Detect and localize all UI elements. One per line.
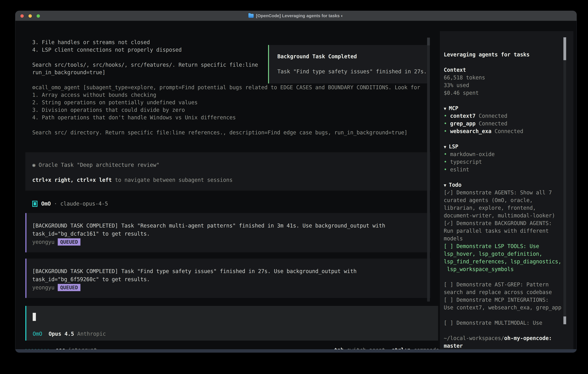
status-badge: QUEUED: [58, 284, 80, 291]
todo-section-heading[interactable]: ▼ Todo: [444, 181, 573, 189]
bullet-icon: •: [444, 159, 450, 165]
sidebar-scrollbar-cap[interactable]: [563, 316, 566, 324]
context-spent: $0.46 spent: [444, 89, 573, 97]
message-line: task_id="bg_6f59260c" to get results.: [32, 275, 430, 283]
status-badge: QUEUED: [58, 238, 80, 246]
gear-icon: ⚙: [32, 84, 35, 91]
todo-line-active: [ ] Demonstrate LSP TOOLS: Use: [444, 242, 573, 250]
chevron-down-icon: ▼: [444, 183, 449, 188]
mcp-item-name: grep_app: [450, 120, 479, 127]
message-footer: yeongyu QUEUED: [32, 238, 430, 246]
text-cursor: [33, 313, 36, 321]
input-model-name: Opus 4.5: [42, 330, 77, 338]
mcp-heading-label: MCP: [449, 105, 458, 111]
lsp-section-heading[interactable]: ▼ LSP: [444, 143, 573, 150]
bullet-icon: •: [444, 113, 450, 119]
oracle-task-box: ◉ Oracle Task "Deep architecture review"…: [25, 152, 430, 191]
todo-line: [✓] Demonstrate AGENTS: Show all 7: [444, 189, 573, 197]
prompt-input[interactable]: OmO Opus 4.5 Anthropic: [25, 306, 438, 341]
close-button[interactable]: [21, 14, 24, 18]
workspace-repo: oh-my-opencode:: [504, 335, 552, 341]
separator-dot: ·: [51, 201, 60, 207]
agent-session-header: OmO · claude-opus-4-5: [32, 200, 108, 208]
message-author: yeongyu: [32, 239, 54, 245]
bullet-icon: •: [444, 128, 450, 134]
context-tokens: 66,518 tokens: [444, 74, 573, 82]
sidebar-blank: [444, 173, 573, 181]
main-scrollbar-thumb[interactable]: [427, 38, 430, 45]
sidebar-blank: [444, 58, 573, 66]
mcp-item: • grep_app Connected: [444, 120, 573, 127]
lsp-item: • eslint: [444, 166, 573, 173]
sidebar-blank: [444, 311, 573, 319]
oracle-hint-line: ctrl+x right, ctrl+x left to navigate be…: [32, 176, 430, 184]
message-footer: yeongyu QUEUED: [32, 283, 430, 291]
todo-line: document-writer, multimodal-looker): [444, 212, 573, 219]
model-selector[interactable]: OmO Opus 4.5 Anthropic: [33, 330, 106, 338]
sidebar-scrollbar-track[interactable]: [563, 37, 566, 324]
zoom-button[interactable]: [37, 14, 40, 18]
sidebar-scrollbar-thumb[interactable]: [563, 37, 566, 60]
message-block: [BACKGROUND TASK COMPLETED] Task "Find t…: [25, 259, 430, 298]
terminal-line: 4. Path operations that don't handle Win…: [32, 114, 430, 121]
todo-line: search and replace across codebase: [444, 288, 573, 296]
sidebar-blank: [444, 273, 573, 281]
chevron-down-icon: ▼: [444, 106, 449, 111]
sidebar-blank: [444, 135, 573, 143]
mcp-section-heading[interactable]: ▼ MCP: [444, 104, 573, 112]
lsp-item-name: typescript: [450, 159, 482, 165]
minimize-button[interactable]: [29, 14, 32, 18]
mcp-item-name: context7: [450, 113, 479, 119]
mcp-item-status: Connected: [479, 113, 507, 119]
todo-heading-label: Todo: [449, 182, 462, 188]
todo-line: Use context7, websearch_exa, grep_app: [444, 304, 573, 311]
mcp-item: • context7 Connected: [444, 112, 573, 120]
terminal-blank-line: [32, 121, 430, 129]
main-scrollbar[interactable]: [427, 38, 430, 301]
workspace-path-prefix: ~/local-workspaces/: [444, 335, 504, 341]
agent-header-text: OmO · claude-opus-4-5: [41, 201, 108, 207]
context-used: 33% used: [444, 82, 573, 89]
mcp-item: • websearch_exa Connected: [444, 127, 573, 135]
todo-line-active: lsp_find_references, lsp_diagnostics,: [444, 258, 573, 265]
background-task-toast: Background Task Completed Task "Find typ…: [268, 45, 429, 83]
todo-line: [ ] Demonstrate AST-GREP: Pattern: [444, 281, 573, 288]
oracle-task-title-line: ◉ Oracle Task "Deep architecture review": [32, 161, 430, 169]
hint-text: to navigate between subagent sessions: [112, 177, 232, 183]
todo-line: librarian, explore, frontend,: [444, 204, 573, 212]
lsp-item-name: eslint: [450, 166, 469, 173]
mcp-item-status: Connected: [495, 128, 523, 134]
message-author: yeongyu: [32, 284, 54, 291]
message-line: task_id="bg_dcfac161" to get results.: [32, 230, 430, 238]
todo-line: [ ] Demonstrate MULTIMODAL: Use: [444, 319, 573, 327]
lsp-item: • typescript: [444, 158, 573, 166]
todo-line: curated agents (OmO, oracle,: [444, 197, 573, 204]
terminal-window: [OpenCode] Leveraging agents for tasks ◐…: [15, 11, 577, 353]
input-provider-name: Anthropic: [77, 330, 106, 338]
workspace-path: ~/local-workspaces/oh-my-opencode:: [444, 334, 573, 342]
lsp-item: • markdown-oxide: [444, 150, 573, 158]
lsp-heading-label: LSP: [449, 144, 458, 150]
bullet-icon: •: [444, 166, 450, 173]
sidebar-blank: [444, 97, 573, 104]
folder-icon: [248, 14, 254, 18]
tool-name: call_omo_agent: [35, 84, 83, 91]
window-titlebar[interactable]: [OpenCode] Leveraging agents for tasks ◐: [15, 11, 577, 21]
todo-line-active: lsp_hover, lsp_goto_definition,: [444, 250, 573, 258]
bullet-icon: •: [444, 120, 450, 127]
sidebar-blank: [444, 327, 573, 334]
sidebar-scrollbar[interactable]: [563, 37, 566, 324]
todo-line: [ ] Demonstrate MCP INTEGRATIONS:: [444, 296, 573, 304]
mcp-item-name: websearch_exa: [450, 128, 495, 134]
tool-call-line: ⚙call_omo_agent [subagent_type=explore, …: [32, 84, 430, 91]
bullet-icon: •: [444, 151, 450, 157]
context-heading: Context: [444, 66, 573, 74]
fisheye-icon: ◉: [32, 162, 39, 168]
agent-icon: [32, 201, 37, 207]
message-block: [BACKGROUND TASK COMPLETED] Task "Resear…: [25, 213, 430, 252]
toast-title: Background Task Completed: [277, 53, 428, 60]
tool-args: [subagent_type=explore, prompt=Find pote…: [83, 84, 420, 91]
todo-line: Run parallel tasks with different: [444, 227, 573, 235]
hint-keys: ctrl+x right, ctrl+x left: [32, 177, 112, 183]
terminal-line: Search src/ directory. Return specific f…: [32, 129, 430, 136]
